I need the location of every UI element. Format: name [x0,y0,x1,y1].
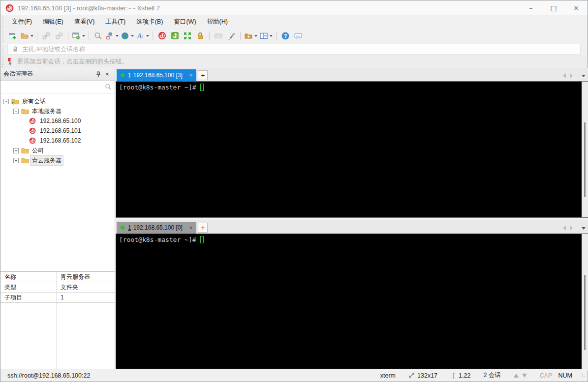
terminal-pane-top[interactable]: [root@k8s-master ~]# [116,81,588,218]
font-button[interactable]: AA [135,29,150,42]
menu-window[interactable]: 窗口(W) [168,16,201,28]
search-icon[interactable] [104,83,112,90]
find-button[interactable] [92,29,104,42]
terminal-scrollbar[interactable] [582,234,588,371]
new-session-button[interactable] [6,29,19,42]
tree-item-session-102[interactable]: 192.168.65.102 [0,136,115,146]
tree-item-session-100[interactable]: 192.168.65.100 [0,116,115,126]
tab-close-icon[interactable]: × [189,72,192,78]
cursor-position[interactable]: 1,22 [450,372,470,379]
xagent-button[interactable] [155,29,168,42]
tree-item-qingyun[interactable]: + 青云服务器 [0,155,115,165]
feedback-button[interactable] [292,29,305,42]
open-session-button[interactable] [19,29,34,42]
session-properties-button[interactable] [71,29,86,42]
terminal-prompt-line: [root@k8s-master ~]# [116,82,588,91]
terminal-size[interactable]: 132x17 [408,372,437,379]
tree-item-company[interactable]: + 公司 [0,146,115,155]
xagent-icon [158,31,166,40]
close-panel-icon[interactable]: × [103,70,112,79]
font-caret-icon[interactable] [146,35,149,37]
tab-session-top[interactable]: 1 192.168.65.100 [3] × [117,69,196,81]
property-key: 类型 [0,283,57,292]
tree-label[interactable]: 192.168.65.102 [38,137,82,145]
menu-view[interactable]: 查看(V) [69,16,100,28]
tab-scroll-right-icon[interactable] [570,73,573,78]
resize-grip[interactable] [581,373,586,378]
svg-text:A: A [140,34,144,39]
open-folder-icon [20,31,29,40]
tree-item-local-servers[interactable]: - 本地服务器 [0,106,115,116]
tab-index: 1 [128,224,131,231]
tile-layout-caret-icon[interactable] [270,35,273,37]
svg-text:?: ? [284,33,287,39]
open-session-caret-icon[interactable] [31,35,33,37]
session-search-row [0,81,115,93]
tab-scroll-left-icon[interactable] [563,226,566,231]
help-button[interactable]: ? [279,29,292,42]
tab-menu-caret-icon[interactable] [582,75,586,77]
compose-pane-button[interactable] [104,29,120,42]
maximize-button[interactable]: □ [542,0,565,15]
property-row: 类型 文件夹 [0,282,115,293]
tree-item-all-sessions[interactable]: - 所有会话 [0,96,115,106]
session-manager-title: 会话管理器 [3,70,94,78]
session-nav [514,374,527,378]
scrollbar-thumb[interactable] [584,122,586,197]
highlighter-button[interactable] [225,29,238,42]
tile-layout-button[interactable] [258,29,274,42]
host-address-input[interactable] [22,46,562,53]
tab-session-bottom[interactable]: 1 192.168.65.100 [0] × [117,222,196,234]
prompt-text: [root@k8s-master ~]# [119,84,200,91]
menu-file[interactable]: 文件(F) [6,16,37,28]
tree-label[interactable]: 所有会话 [21,97,47,106]
new-tab-button[interactable]: + [198,223,208,233]
session-properties-caret-icon[interactable] [82,35,85,37]
terminal-type[interactable]: xterm [380,372,396,379]
minimize-button[interactable]: – [520,0,542,15]
tree-label[interactable]: 公司 [31,146,45,155]
tab-close-icon[interactable]: × [189,225,192,231]
tab-menu-caret-icon[interactable] [582,227,586,230]
menu-tools[interactable]: 工具(T) [100,16,131,28]
pin-panel-icon[interactable] [94,70,103,79]
terminal-pane-bottom[interactable]: [root@k8s-master ~]# [116,234,588,371]
terminal-region: 1 192.168.65.100 [3] × + [root@k8s-maste… [116,68,588,370]
lock-screen-button[interactable] [194,29,207,42]
tree-item-session-101[interactable]: 192.168.65.101 [0,126,115,136]
expander-plus-icon[interactable]: + [13,158,19,163]
tree-label[interactable]: 本地服务器 [31,107,63,116]
fullscreen-button[interactable] [181,29,194,42]
address-box[interactable] [7,44,581,55]
add-session-arrow-icon[interactable] [6,58,14,65]
next-session-icon[interactable] [522,374,527,378]
encoding-button[interactable] [120,29,135,42]
expander-minus-icon[interactable]: - [13,109,19,114]
compose-pane-caret-icon[interactable] [116,35,119,37]
session-count[interactable]: 2 会话 [483,371,500,380]
tab-scroll-right-icon[interactable] [570,226,573,231]
scrollbar-thumb[interactable] [584,275,586,350]
menu-edit[interactable]: 编辑(E) [37,16,69,28]
session-search-input[interactable] [3,84,104,90]
connected-dot-icon [121,73,124,77]
encoding-caret-icon[interactable] [131,35,134,37]
fullscreen-icon [183,31,192,40]
new-tab-button[interactable]: + [198,70,208,80]
tree-label[interactable]: 192.168.65.101 [38,127,82,135]
menu-bar: 文件(F) 编辑(E) 查看(V) 工具(T) 选项卡(B) 窗口(W) 帮助(… [0,15,588,28]
tree-label[interactable]: 青云服务器 [31,156,63,165]
prev-session-icon[interactable] [514,374,519,378]
terminal-scrollbar[interactable] [582,82,588,217]
close-button[interactable]: × [565,0,588,15]
menu-help[interactable]: 帮助(H) [202,16,233,28]
tab-scroll-left-icon[interactable] [563,73,566,78]
xftp-button[interactable] [168,29,181,42]
expander-minus-icon[interactable]: - [3,99,9,104]
new-file-button[interactable] [243,29,258,42]
menu-tabs[interactable]: 选项卡(B) [131,16,168,28]
tree-label[interactable]: 192.168.65.100 [38,117,82,125]
expander-plus-icon[interactable]: + [13,148,19,153]
new-file-caret-icon[interactable] [254,35,257,37]
xshell-logo-icon [5,4,14,12]
